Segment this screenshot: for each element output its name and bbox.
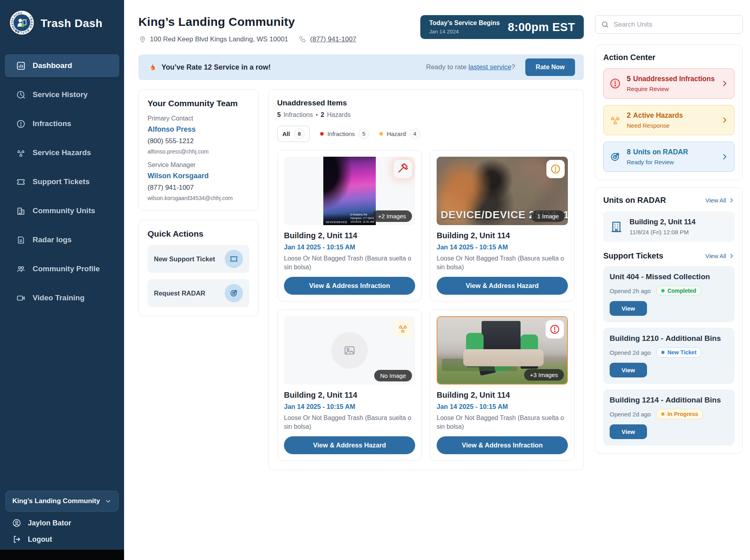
sidebar-item-community-profile[interactable]: Community Profile — [5, 257, 119, 280]
radar-unit-time: 11/8/24 (Fri) 12:08 PM — [630, 229, 696, 235]
ticket-icon — [225, 250, 243, 268]
view-address-infraction-button[interactable]: View & Address Infraction — [284, 277, 415, 295]
item-datetime: Jan 14 2025 - 10:15 AM — [437, 243, 568, 251]
building-icon — [16, 206, 26, 216]
radar-unit-row[interactable]: Building 2, Unit 114 11/8/24 (Fri) 12:08… — [603, 212, 734, 242]
item-description: Loose Or Not Bagged Trash (Basura suelta… — [284, 414, 415, 431]
unaddressed-summary: 5Infractions • 2Hazards — [277, 111, 575, 119]
community-heading: King’s Landing Community 100 Red Keep Bl… — [138, 15, 356, 43]
units-on-radar-alert[interactable]: 8Units on RADAR Ready for Review — [603, 142, 734, 172]
quick-actions-card: Quick Actions New Support Ticket Request… — [138, 220, 258, 316]
active-hazards-alert[interactable]: 2Active Hazards Need Response — [603, 105, 734, 135]
sidebar: TRASH BUTLER DOORSTEP PICKUP Trash Dash … — [0, 0, 124, 560]
service-begins-date: Jan 14 2024 — [429, 29, 500, 35]
trash-butler-logo: TRASH BUTLER DOORSTEP PICKUP — [10, 10, 34, 37]
filter-all[interactable]: All 8 — [277, 126, 310, 142]
chevron-right-icon — [721, 153, 729, 161]
ticket-view-button[interactable]: View — [610, 363, 647, 377]
image-placeholder-icon — [331, 332, 368, 369]
sidebar-item-radar-logs[interactable]: Radar logs — [5, 228, 119, 251]
sidebar-item-label: Radar logs — [33, 235, 72, 244]
sidebar-item-support-tickets[interactable]: Support Tickets — [5, 170, 119, 193]
community-team-card: Your Community Team Primary Contact Alfo… — [138, 89, 258, 210]
primary-contact-phone: (800) 555-1212 — [148, 137, 249, 145]
filter-all-count: 8 — [294, 128, 305, 139]
item-media[interactable]: +3 Images — [437, 316, 568, 385]
sidebar-item-dashboard[interactable]: Dashboard — [5, 54, 119, 77]
sidebar-item-community-units[interactable]: Community Units — [5, 199, 119, 222]
main-area: King’s Landing Community 100 Red Keep Bl… — [124, 0, 750, 560]
status-badge: New Ticket — [656, 347, 701, 358]
view-address-hazard-button[interactable]: View & Address Hazard — [437, 277, 568, 295]
chevron-right-icon — [721, 80, 729, 88]
unaddressed-infractions-alert[interactable]: 5Unaddressed Infractions Require Review — [603, 68, 734, 99]
hazard-dot — [379, 132, 383, 136]
sidebar-item-service-history[interactable]: Service History — [5, 83, 119, 106]
tickets-view-all-link[interactable]: View All — [705, 253, 734, 259]
sidebar-item-infractions[interactable]: Infractions — [5, 112, 119, 135]
action-center-card: Action Center 5Unaddressed Infractions R… — [595, 45, 743, 180]
community-contact-row: 100 Red Keep Blvd Kings Landing, WS 1000… — [138, 35, 356, 43]
request-radar-action[interactable]: Request RADAR — [148, 279, 249, 307]
status-badge: In Progress — [656, 409, 703, 419]
chevron-right-icon — [729, 197, 734, 203]
app-root: TRASH BUTLER DOORSTEP PICKUP Trash Dash … — [0, 0, 750, 560]
photo-watermark: 8 Robbins Rd Hampton, CT 0624 10/15/24, … — [350, 213, 374, 224]
chevron-down-icon — [105, 498, 112, 505]
radar-view-all-link[interactable]: View All — [705, 197, 734, 204]
right-panel: Action Center 5Unaddressed Infractions R… — [595, 15, 743, 560]
chevron-right-icon — [729, 253, 734, 259]
item-media[interactable]: No Image — [284, 316, 415, 385]
item-datetime: Jan 14 2025 - 10:15 AM — [284, 243, 415, 251]
filter-infractions[interactable]: Infractions 5 — [320, 128, 369, 139]
service-manager-name[interactable]: Wilson Korsgaard — [148, 172, 249, 180]
item-media[interactable]: DEVICE/DEVICE 8 Robbins Rd Hampton, CT 0… — [284, 157, 415, 225]
radar-target-icon — [609, 151, 621, 163]
sidebar-item-label: Service History — [33, 90, 87, 99]
latest-service-link[interactable]: lastest service — [468, 63, 511, 71]
item-datetime: Jan 14 2025 - 10:15 AM — [437, 403, 568, 410]
search-units-input[interactable] — [614, 21, 737, 29]
view-address-infraction-button[interactable]: View & Address Infraction — [437, 436, 568, 454]
ticket-view-button[interactable]: View — [610, 301, 647, 316]
service-begins-time: 8:00pm EST — [508, 21, 575, 34]
community-selector[interactable]: King’s Landing Community — [6, 491, 119, 511]
item-datetime: Jan 14 2025 - 10:15 AM — [284, 403, 415, 410]
sidebar-item-video-training[interactable]: Video Training — [5, 286, 119, 309]
service-begins-label: Today’s Service Begins — [429, 19, 500, 27]
new-support-ticket-action[interactable]: New Support Ticket — [148, 245, 249, 273]
filter-hazard[interactable]: Hazard 4 — [379, 128, 420, 139]
service-manager-phone: (877) 941-1007 — [148, 184, 249, 192]
sidebar-item-label: Service Hazards — [33, 148, 91, 157]
ticket-view-button[interactable]: View — [610, 424, 647, 439]
sidebar-item-label: Community Units — [33, 206, 95, 215]
service-begins-text: Today’s Service Begins Jan 14 2024 — [429, 19, 500, 35]
center-column: King’s Landing Community 100 Red Keep Bl… — [138, 15, 584, 560]
rate-now-button[interactable]: Rate Now — [525, 58, 575, 76]
user-menu[interactable]: Jaylon Bator — [0, 511, 124, 528]
view-address-hazard-button[interactable]: View & Address Hazard — [284, 436, 415, 454]
units-on-radar-header: Units on RADAR View All — [603, 196, 734, 205]
flame-icon — [147, 62, 157, 72]
video-camera-icon — [16, 293, 26, 303]
item-filters: All 8 Infractions 5 Hazard 4 — [277, 126, 575, 142]
community-selector-label: King’s Landing Community — [12, 497, 100, 505]
logout-button[interactable]: Logout — [0, 528, 124, 544]
item-building: Building 2, Unit 114 — [284, 391, 415, 400]
primary-contact-name[interactable]: Alfonso Press — [148, 125, 249, 134]
location-pin-icon — [138, 35, 147, 43]
phone-link[interactable]: (877) 941-1007 — [310, 35, 356, 43]
infraction-card: +3 Images Building 2, Unit 114 Jan 14 20… — [430, 309, 575, 461]
rate-streak-banner: You’ve Rate 12 Service in a row! Ready t… — [138, 54, 584, 80]
unaddressed-title: Unaddressed Items — [277, 99, 575, 107]
ticket-title: Building 1210 - Additional Bins — [610, 334, 728, 343]
item-building: Building 2, Unit 114 — [284, 231, 415, 240]
left-column: Your Community Team Primary Contact Alfo… — [138, 89, 258, 470]
brand: TRASH BUTLER DOORSTEP PICKUP Trash Dash — [0, 0, 124, 37]
app-title: Trash Dash — [41, 17, 103, 30]
sidebar-item-service-hazards[interactable]: Service Hazards — [5, 141, 119, 164]
action-label: Request RADAR — [154, 290, 205, 297]
address-text: 100 Red Keep Blvd Kings Landing, WS 1000… — [150, 35, 288, 43]
item-media[interactable]: DEVICE/DEVICE 25/24, 11:02 PM 1 Image — [437, 157, 568, 225]
sidebar-item-label: Dashboard — [33, 61, 72, 70]
